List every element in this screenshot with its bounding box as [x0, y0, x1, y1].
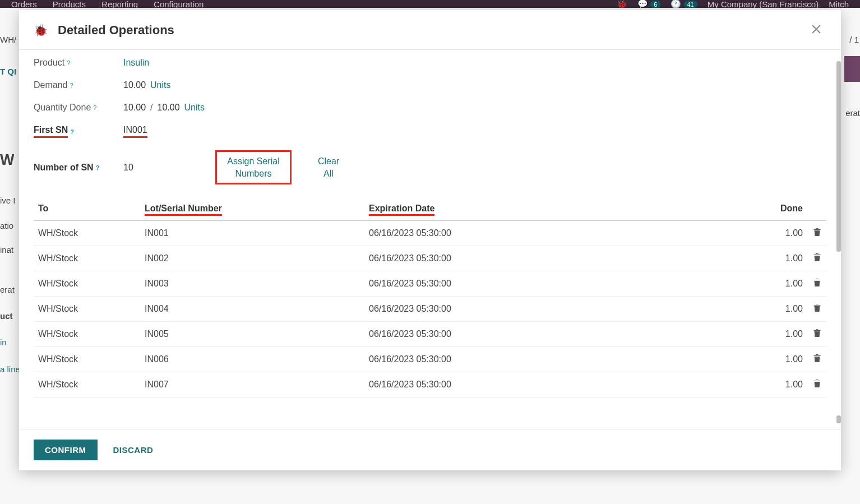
- trash-icon: [813, 355, 821, 364]
- trash-icon: [813, 304, 821, 314]
- trash-icon: [813, 279, 821, 289]
- menu-orders[interactable]: Orders: [11, 0, 37, 8]
- demand-unit: Units: [150, 80, 170, 90]
- col-done[interactable]: Done: [751, 197, 807, 221]
- activity-icon[interactable]: 🕐 41: [671, 0, 697, 8]
- bg-stage-arrow: [844, 56, 860, 82]
- confirm-button[interactable]: CONFIRM: [34, 440, 98, 460]
- cell-to[interactable]: WH/Stock: [34, 372, 140, 397]
- cell-expiration[interactable]: 06/16/2023 05:30:00: [364, 271, 751, 297]
- demand-label: Demand: [34, 80, 67, 90]
- cell-to[interactable]: WH/Stock: [34, 297, 140, 322]
- table-row[interactable]: WH/StockIN00706/16/2023 05:30:001.00: [34, 372, 826, 397]
- cell-expiration[interactable]: 06/16/2023 05:30:00: [364, 347, 751, 372]
- cell-expiration[interactable]: 06/16/2023 05:30:00: [364, 297, 751, 322]
- delete-row-button[interactable]: [807, 297, 826, 322]
- menu-products[interactable]: Products: [53, 0, 86, 8]
- cell-lot[interactable]: IN006: [140, 347, 364, 372]
- table-row[interactable]: WH/StockIN00506/16/2023 05:30:001.00: [34, 322, 826, 347]
- col-expiration[interactable]: Expiration Date: [364, 197, 751, 221]
- help-icon[interactable]: ?: [70, 82, 73, 89]
- col-to[interactable]: To: [34, 197, 140, 221]
- scrollbar-thumb[interactable]: [836, 61, 841, 252]
- close-button[interactable]: [806, 20, 826, 40]
- company-switcher[interactable]: My Company (San Francisco): [708, 0, 819, 8]
- cell-to[interactable]: WH/Stock: [34, 322, 140, 347]
- bug-icon[interactable]: 🐞: [617, 0, 627, 8]
- bg-breadcrumb: WH/: [0, 35, 16, 44]
- cell-to[interactable]: WH/Stock: [34, 271, 140, 297]
- menu-configuration[interactable]: Configuration: [154, 0, 204, 8]
- serial-numbers-table: To Lot/Serial Number Expiration Date Don…: [34, 197, 826, 397]
- field-number-of-sn: Number of SN ? 10 Assign Serial Numbers …: [34, 150, 826, 184]
- delete-row-button[interactable]: [807, 221, 826, 246]
- cell-expiration[interactable]: 06/16/2023 05:30:00: [364, 246, 751, 271]
- col-actions: [807, 197, 826, 221]
- delete-row-button[interactable]: [807, 246, 826, 271]
- bug-icon[interactable]: 🐞: [34, 24, 48, 37]
- help-icon[interactable]: ?: [67, 59, 70, 66]
- cell-done[interactable]: 1.00: [751, 297, 807, 322]
- cell-lot[interactable]: IN004: [140, 297, 364, 322]
- trash-icon: [813, 380, 821, 390]
- trash-icon: [813, 229, 821, 238]
- cell-done[interactable]: 1.00: [751, 271, 807, 297]
- delete-row-button[interactable]: [807, 347, 826, 372]
- bg-button: T QI: [0, 67, 16, 76]
- delete-row-button[interactable]: [807, 372, 826, 397]
- cell-lot[interactable]: IN007: [140, 372, 364, 397]
- qty-unit: Units: [184, 103, 205, 113]
- cell-done[interactable]: 1.00: [751, 322, 807, 347]
- cell-to[interactable]: WH/Stock: [34, 221, 140, 246]
- cell-to[interactable]: WH/Stock: [34, 347, 140, 372]
- number-of-sn-label: Number of SN: [34, 163, 94, 173]
- field-demand: Demand ? 10.00 Units: [34, 80, 826, 90]
- delete-row-button[interactable]: [807, 271, 826, 297]
- cell-lot[interactable]: IN005: [140, 322, 364, 347]
- cell-done[interactable]: 1.00: [751, 246, 807, 271]
- col-lot-serial[interactable]: Lot/Serial Number: [140, 197, 364, 221]
- cell-expiration[interactable]: 06/16/2023 05:30:00: [364, 221, 751, 246]
- first-sn-input[interactable]: IN001: [123, 125, 147, 138]
- trash-icon: [813, 254, 821, 263]
- delete-row-button[interactable]: [807, 322, 826, 347]
- cell-done[interactable]: 1.00: [751, 372, 807, 397]
- bg-text: erat: [845, 108, 860, 118]
- bg-text: erat: [0, 285, 15, 294]
- demand-value: 10.00: [123, 80, 146, 90]
- table-row[interactable]: WH/StockIN00106/16/2023 05:30:001.00: [34, 221, 826, 246]
- first-sn-label: First SN: [34, 125, 68, 138]
- discard-button[interactable]: DISCARD: [109, 440, 158, 460]
- cell-lot[interactable]: IN003: [140, 271, 364, 297]
- table-row[interactable]: WH/StockIN00406/16/2023 05:30:001.00: [34, 297, 826, 322]
- help-icon[interactable]: ?: [70, 128, 74, 135]
- cell-expiration[interactable]: 06/16/2023 05:30:00: [364, 322, 751, 347]
- help-icon[interactable]: ?: [96, 164, 100, 171]
- product-label: Product: [34, 58, 64, 68]
- cell-done[interactable]: 1.00: [751, 347, 807, 372]
- cell-lot[interactable]: IN002: [140, 246, 364, 271]
- table-row[interactable]: WH/StockIN00306/16/2023 05:30:001.00: [34, 271, 826, 297]
- qty-done-label: Quantity Done: [34, 103, 91, 113]
- trash-icon: [813, 330, 821, 339]
- help-icon[interactable]: ?: [93, 104, 96, 111]
- messaging-icon[interactable]: 💬 6: [637, 0, 660, 8]
- clear-all-button[interactable]: Clear All: [315, 150, 342, 184]
- cell-lot[interactable]: IN001: [140, 221, 364, 246]
- scrollbar-thumb[interactable]: [836, 415, 841, 423]
- number-of-sn-input[interactable]: 10: [123, 163, 133, 173]
- table-row[interactable]: WH/StockIN00606/16/2023 05:30:001.00: [34, 347, 826, 372]
- cell-done[interactable]: 1.00: [751, 221, 807, 246]
- cell-expiration[interactable]: 06/16/2023 05:30:00: [364, 372, 751, 397]
- bg-pager: / 1: [849, 35, 859, 44]
- cell-to[interactable]: WH/Stock: [34, 246, 140, 271]
- menu-reporting[interactable]: Reporting: [101, 0, 138, 8]
- bg-text: in: [0, 337, 7, 347]
- table-row[interactable]: WH/StockIN00206/16/2023 05:30:001.00: [34, 246, 826, 271]
- assign-serial-numbers-button[interactable]: Assign Serial Numbers: [223, 155, 284, 179]
- user-menu[interactable]: Mitch: [829, 0, 849, 8]
- bg-title: W: [0, 151, 14, 169]
- qty-done-value[interactable]: 10.00: [123, 103, 146, 113]
- product-value[interactable]: Insulin: [123, 58, 149, 68]
- bg-text: atio: [0, 221, 13, 230]
